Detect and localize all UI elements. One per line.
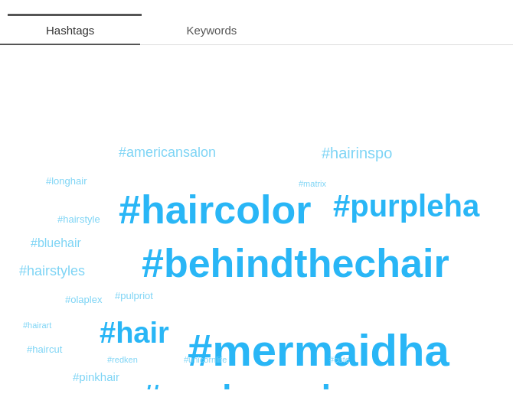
word-cloud-item[interactable]: #haircut <box>27 343 62 355</box>
word-cloud-item[interactable]: #unicornlife <box>184 355 227 364</box>
page-header <box>0 0 513 16</box>
word-cloud-item[interactable]: #mermaidha <box>188 324 449 376</box>
word-cloud-item[interactable]: #modernsalon <box>142 378 372 389</box>
word-cloud-item[interactable]: #cute <box>329 355 350 364</box>
word-cloud-item[interactable]: #purpleha <box>333 189 479 223</box>
word-cloud-item[interactable]: #haircolor <box>119 187 311 233</box>
word-cloud-item[interactable]: #hairinspo <box>322 145 392 162</box>
word-cloud-item[interactable]: #redken <box>107 355 138 364</box>
word-cloud-item[interactable]: #longhair <box>46 175 87 187</box>
word-cloud-item[interactable]: #pinkhair <box>73 370 119 383</box>
word-cloud-item[interactable]: #hairart <box>23 321 51 330</box>
word-cloud-item[interactable]: #matrix <box>299 179 326 188</box>
word-cloud-item[interactable]: #hairstyles <box>19 263 85 279</box>
word-cloud-item[interactable]: #hairstyle <box>57 213 100 225</box>
word-cloud-item[interactable]: #hair <box>100 317 169 350</box>
word-cloud-item[interactable]: #pulpriot <box>115 290 153 301</box>
word-cloud-item[interactable]: #olaplex <box>65 294 102 305</box>
tab-bar: Hashtags Keywords <box>0 16 513 45</box>
word-cloud-item[interactable]: #americansalon <box>119 145 216 161</box>
word-cloud-item[interactable]: #behindthechair <box>142 240 449 286</box>
tab-hashtags[interactable]: Hashtags <box>0 16 140 44</box>
word-cloud-item[interactable]: #bluehair <box>31 236 81 250</box>
tab-keywords[interactable]: Keywords <box>140 16 283 44</box>
word-cloud: #americansalon#hairinspo#longhair#hairco… <box>0 45 513 389</box>
